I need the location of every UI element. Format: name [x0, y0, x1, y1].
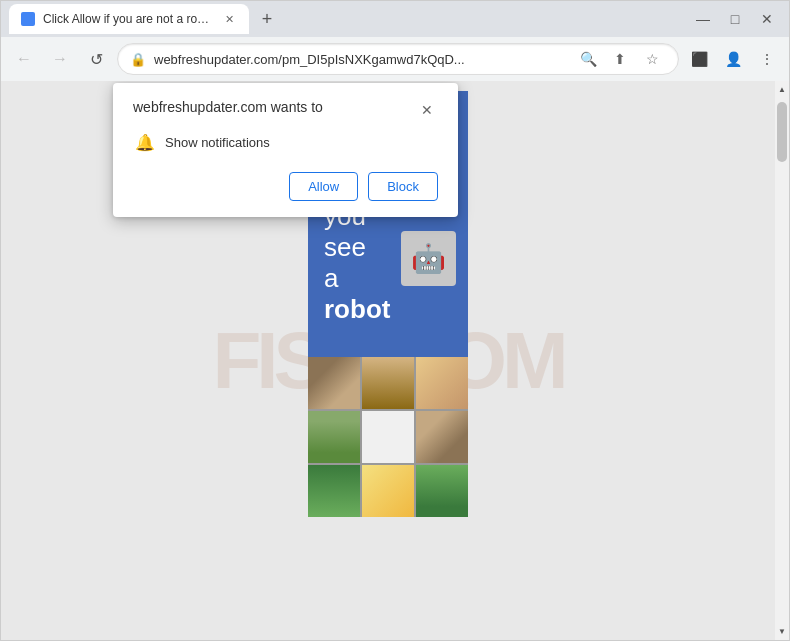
share-icon-button[interactable]: ⬆	[606, 45, 634, 73]
grid-cell-8	[362, 465, 414, 517]
menu-button[interactable]: ⋮	[753, 45, 781, 73]
grid-cell-1	[308, 357, 360, 409]
content-area: FISHC.OM Click "Allow" if you see a robo…	[1, 81, 789, 640]
tab-favicon	[21, 12, 35, 26]
captcha-image-grid	[308, 357, 468, 517]
scroll-up-arrow[interactable]: ▲	[775, 81, 789, 98]
address-bar: ← → ↺ 🔒 webfreshupdater.com/pm_DI5pIsNXK…	[1, 37, 789, 81]
dialog-option-row: 🔔 Show notifications	[133, 133, 438, 152]
search-icon-button[interactable]: 🔍	[574, 45, 602, 73]
grid-cell-2	[362, 357, 414, 409]
extensions-button[interactable]: ⬛	[685, 45, 713, 73]
lock-icon: 🔒	[130, 52, 146, 67]
scroll-thumb[interactable]	[777, 102, 787, 162]
maximize-button[interactable]: □	[725, 9, 745, 29]
dialog-header: webfreshupdater.com wants to ✕	[133, 99, 438, 121]
new-tab-button[interactable]: +	[253, 5, 281, 33]
scrollbar: ▲ ▼	[775, 81, 789, 640]
scroll-track	[775, 98, 789, 623]
grid-cell-9	[416, 465, 468, 517]
forward-button[interactable]: →	[45, 44, 75, 74]
browser-window: Click Allow if you are not a robot ✕ + —…	[0, 0, 790, 641]
title-bar: Click Allow if you are not a robot ✕ + —…	[1, 1, 789, 37]
window-controls: — □ ✕	[693, 9, 781, 29]
permission-dialog: webfreshupdater.com wants to ✕ 🔔 Show no…	[113, 83, 458, 217]
captcha-line6: a	[324, 263, 338, 293]
grid-cell-7	[308, 465, 360, 517]
grid-cell-4	[308, 411, 360, 463]
webpage: FISHC.OM Click "Allow" if you see a robo…	[1, 81, 775, 640]
url-bar[interactable]: 🔒 webfreshupdater.com/pm_DI5pIsNXKgamwd7…	[117, 43, 679, 75]
dialog-close-button[interactable]: ✕	[416, 99, 438, 121]
active-tab[interactable]: Click Allow if you are not a robot ✕	[9, 4, 249, 34]
refresh-button[interactable]: ↺	[81, 44, 111, 74]
back-button[interactable]: ←	[9, 44, 39, 74]
tab-close-button[interactable]: ✕	[221, 11, 237, 27]
bell-icon: 🔔	[135, 133, 155, 152]
block-button[interactable]: Block	[368, 172, 438, 201]
bookmark-icon-button[interactable]: ☆	[638, 45, 666, 73]
robot-image: 🤖	[401, 231, 456, 286]
captcha-line-bold: robot	[324, 294, 390, 324]
dialog-option-text: Show notifications	[165, 135, 270, 150]
allow-button[interactable]: Allow	[289, 172, 358, 201]
dialog-title: webfreshupdater.com wants to	[133, 99, 323, 115]
url-actions: 🔍 ⬆ ☆	[574, 45, 666, 73]
grid-cell-5	[362, 411, 414, 463]
captcha-line5: see	[324, 232, 366, 262]
url-text: webfreshupdater.com/pm_DI5pIsNXKgamwd7kQ…	[154, 52, 566, 67]
dialog-buttons: Allow Block	[133, 172, 438, 201]
tab-title: Click Allow if you are not a robot	[43, 12, 213, 26]
robot-icon: 🤖	[411, 242, 446, 275]
grid-cell-6	[416, 411, 468, 463]
profile-button[interactable]: 👤	[719, 45, 747, 73]
grid-cell-3	[416, 357, 468, 409]
minimize-button[interactable]: —	[693, 9, 713, 29]
scroll-down-arrow[interactable]: ▼	[775, 623, 789, 640]
close-window-button[interactable]: ✕	[757, 9, 777, 29]
